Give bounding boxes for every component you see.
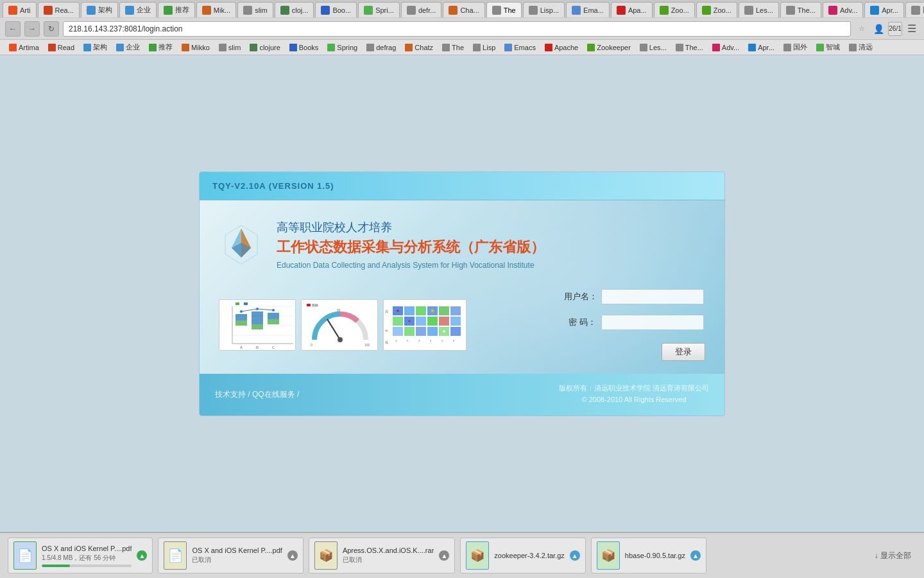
browser-tab-0[interactable]: Arti xyxy=(3,2,37,17)
svg-rect-38 xyxy=(404,306,415,315)
download-filename: zookeeper-3.4.2.tar.gz xyxy=(494,552,564,559)
bookmark-Les...[interactable]: Les... xyxy=(636,41,671,54)
svg-rect-42 xyxy=(450,306,461,315)
back-button[interactable]: ← xyxy=(5,21,21,37)
profile-icon[interactable]: 👤 xyxy=(871,22,886,36)
svg-point-61 xyxy=(397,310,399,312)
svg-point-64 xyxy=(443,330,445,333)
browser-tab-5[interactable]: Mik... xyxy=(196,2,236,17)
tab-bar: ArtiRea...架构企业推荐Mik...slimcloj...Boo...S… xyxy=(0,0,924,18)
bookmark-Chatz[interactable]: Chatz xyxy=(401,41,437,54)
download-menu-button[interactable]: ▲ xyxy=(287,550,298,561)
svg-rect-54 xyxy=(450,327,461,336)
svg-text:高: 高 xyxy=(385,310,388,313)
bookmark-企业[interactable]: 企业 xyxy=(112,41,144,54)
bookmark-国外[interactable]: 国外 xyxy=(780,41,811,54)
bookmark-架构[interactable]: 架构 xyxy=(80,41,111,54)
svg-rect-13 xyxy=(252,324,263,329)
bookmark-智城[interactable]: 智城 xyxy=(812,41,844,54)
app-logo xyxy=(219,222,264,267)
browser-tab-15[interactable]: Apa... xyxy=(611,2,653,17)
bookmark-清远[interactable]: 清远 xyxy=(845,41,877,54)
browser-tab-4[interactable]: 推荐 xyxy=(158,2,195,17)
download-menu-button[interactable]: ▲ xyxy=(137,550,147,561)
address-bar[interactable]: 218.16.143.237:8081/login.action xyxy=(63,21,851,37)
svg-rect-27 xyxy=(307,304,311,306)
notification-badge[interactable]: 26/1 xyxy=(888,22,902,36)
chart-bar-thumb: A B C xyxy=(219,299,296,351)
bookmark-Adv...[interactable]: Adv... xyxy=(708,41,743,54)
svg-rect-49 xyxy=(393,327,403,336)
download-info: OS X and iOS Kernel P....pdf已取消 xyxy=(192,547,282,565)
browser-tab-3[interactable]: 企业 xyxy=(119,2,157,17)
login-button[interactable]: 登录 xyxy=(662,343,705,361)
browser-tab-21[interactable]: Apr... xyxy=(864,2,904,17)
download-menu-button[interactable]: ▲ xyxy=(690,550,701,561)
download-filename: OS X and iOS Kernel P....pdf xyxy=(192,547,282,554)
bookmark-Read[interactable]: Read xyxy=(44,41,78,54)
browser-tab-14[interactable]: Ema... xyxy=(566,2,610,17)
version-text: TQY-V2.10A (VERSION 1.5) xyxy=(212,181,334,191)
bookmark-Emacs[interactable]: Emacs xyxy=(501,41,540,54)
menu-icon[interactable]: ☰ xyxy=(905,22,919,36)
forward-button[interactable]: → xyxy=(24,21,40,37)
bookmark-Artima[interactable]: Artima xyxy=(5,41,43,54)
svg-text:3: 3 xyxy=(418,339,420,342)
svg-text:低: 低 xyxy=(385,340,388,344)
page-content: TQY-V2.10A (VERSION 1.5) 高等职业院校人才培养 工作状态… xyxy=(0,55,924,532)
footer-copyright-line1: 版权所有：清远职业技术学院 清远育涛有限公司 xyxy=(559,383,709,394)
browser-tab-16[interactable]: Zoo... xyxy=(654,2,695,17)
browser-tab-6[interactable]: slim xyxy=(237,2,273,17)
browser-toolbar: ← → ↻ 218.16.143.237:8081/login.action ☆… xyxy=(0,18,924,40)
chart-gauge-thumb: 指标 0 50 100 xyxy=(301,299,378,351)
browser-tab-1[interactable]: Rea... xyxy=(38,2,80,17)
password-input[interactable] xyxy=(601,315,704,330)
username-input[interactable] xyxy=(601,289,704,304)
download-item[interactable]: 📄OS X and iOS Kernel P....pdf1.5/4.8 MB，… xyxy=(8,538,153,574)
browser-tab-13[interactable]: Lisp... xyxy=(523,2,565,17)
content-row: A B C xyxy=(219,289,705,361)
svg-text:1: 1 xyxy=(395,339,397,342)
browser-tab-11[interactable]: Cha... xyxy=(443,2,484,17)
download-item[interactable]: 📦Apress.OS.X.and.iOS.K....rar已取消▲ xyxy=(309,538,455,574)
refresh-button[interactable]: ↻ xyxy=(44,21,59,37)
login-footer: 技术支持 / QQ在线服务 / 版权所有：清远职业技术学院 清远育涛有限公司 ©… xyxy=(200,374,724,416)
bookmark-Apr...[interactable]: Apr... xyxy=(744,41,778,54)
bookmark-slim[interactable]: slim xyxy=(215,41,245,54)
browser-tab-18[interactable]: Les... xyxy=(739,2,779,17)
svg-rect-15 xyxy=(268,319,279,324)
browser-tab-7[interactable]: cloj... xyxy=(275,2,314,17)
browser-tab-2[interactable]: 架构 xyxy=(81,2,118,17)
login-header: TQY-V2.10A (VERSION 1.5) xyxy=(200,172,724,200)
browser-tab-9[interactable]: Spri... xyxy=(358,2,400,17)
browser-tab-19[interactable]: The... xyxy=(780,2,821,17)
browser-tab-12[interactable]: The xyxy=(486,2,522,17)
browser-tab-10[interactable]: defr... xyxy=(401,2,442,17)
download-item[interactable]: 📦hbase-0.90.5.tar.gz▲ xyxy=(591,538,706,574)
bookmark-Spring[interactable]: Spring xyxy=(323,41,361,54)
download-item[interactable]: 📄OS X and iOS Kernel P....pdf已取消▲ xyxy=(158,538,303,574)
browser-tab-22[interactable]: 国外... xyxy=(905,2,924,17)
bookmark-Lisp[interactable]: Lisp xyxy=(469,41,499,54)
browser-tab-20[interactable]: Adv... xyxy=(823,2,863,17)
svg-rect-41 xyxy=(439,306,449,315)
bookmark-推荐[interactable]: 推荐 xyxy=(145,41,176,54)
download-progress-text: 已取消 xyxy=(343,556,434,565)
bookmark-star-icon[interactable]: ☆ xyxy=(855,22,869,36)
bookmark-clojure[interactable]: clojure xyxy=(246,41,284,54)
browser-tab-17[interactable]: Zoo... xyxy=(696,2,737,17)
bookmark-Books[interactable]: Books xyxy=(286,41,323,54)
bookmark-Apache[interactable]: Apache xyxy=(541,41,582,54)
svg-rect-51 xyxy=(416,327,426,336)
bookmark-The[interactable]: The xyxy=(438,41,468,54)
download-item[interactable]: 📦zookeeper-3.4.2.tar.gz▲ xyxy=(460,538,585,574)
bookmark-Mikko[interactable]: Mikko xyxy=(178,41,214,54)
svg-text:2: 2 xyxy=(407,339,409,342)
show-all-button[interactable]: ↓ 显示全部 xyxy=(869,548,916,564)
download-menu-button[interactable]: ▲ xyxy=(570,550,580,561)
download-menu-button[interactable]: ▲ xyxy=(439,550,449,561)
bookmark-Zookeeper[interactable]: Zookeeper xyxy=(583,41,635,54)
bookmark-defrag[interactable]: defrag xyxy=(363,41,400,54)
bookmark-The...[interactable]: The... xyxy=(672,41,707,54)
browser-tab-8[interactable]: Boo... xyxy=(315,2,357,17)
